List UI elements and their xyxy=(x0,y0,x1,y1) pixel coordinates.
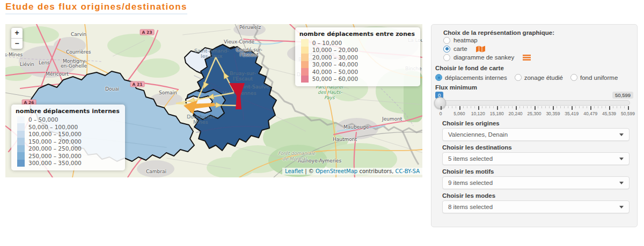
slider-max-badge: 50,599 xyxy=(612,92,633,99)
slider-tick xyxy=(441,106,442,110)
select-origines[interactable]: Valenciennes, Denain xyxy=(442,128,630,141)
slider-tick-label: 50,599 xyxy=(621,111,635,116)
radio-circle[interactable] xyxy=(443,46,450,53)
legend-swatch xyxy=(301,54,309,61)
select-value: 5 items selected xyxy=(448,155,493,162)
radio-option-zonage-tudi-[interactable]: zonage étudié xyxy=(515,74,563,81)
legend-row: 40,000 – 50,000 xyxy=(299,68,415,76)
radio-circle[interactable] xyxy=(443,37,450,44)
attribution-text: contributors, xyxy=(357,168,395,174)
select-modes[interactable]: 8 items selected xyxy=(442,200,630,213)
legend-row: 0 – 10,000 xyxy=(299,39,415,47)
basemap-label: Choisir le fond de carte xyxy=(435,65,618,71)
slider-tick xyxy=(527,106,528,108)
select-label-destinations: Choisir les destinations xyxy=(442,144,630,151)
slider-tick xyxy=(545,106,546,108)
slider-tick-label: 10,120 xyxy=(471,111,485,116)
legend-between-zones: nombre déplacements entre zones 0 – 10,0… xyxy=(295,27,420,86)
slider-tick-label: 40,479 xyxy=(583,111,597,116)
legend-row: 0 – 50,000 xyxy=(16,116,120,124)
slider-tick xyxy=(486,106,486,108)
slider-tick-label: 5,060 xyxy=(453,111,465,116)
radio-label: fond uniforme xyxy=(580,74,618,81)
slider-tick xyxy=(459,106,460,110)
radio-option-d-placements-internes[interactable]: déplacements internes xyxy=(435,74,507,81)
slider-tick xyxy=(560,106,561,108)
legend-swatch xyxy=(17,145,25,153)
slider-tick-label: 20,240 xyxy=(509,111,523,116)
representation-section: Choix de la représentation graphique: he… xyxy=(443,29,554,62)
slider-tick xyxy=(531,106,531,108)
legend-row: 200,000 – 250,000 xyxy=(16,145,120,153)
legend-row: 20,000 – 30,000 xyxy=(299,54,415,61)
slider-tick xyxy=(516,106,517,110)
slider-tick xyxy=(489,106,490,108)
slider-tick xyxy=(482,106,482,108)
legend-row-label: 0 – 50,000 xyxy=(28,116,58,123)
radio-circle[interactable] xyxy=(515,74,522,81)
legend-internal: nombre déplacements internes 0 – 50,0005… xyxy=(11,105,125,171)
zoom-in-button[interactable]: + xyxy=(11,28,23,38)
select-block-motifs: Choisir les motifs9 items selected xyxy=(442,168,630,189)
legend-row-label: 250,000 – 300,000 xyxy=(28,153,82,159)
radio-option-fond-uniforme[interactable]: fond uniforme xyxy=(570,74,618,81)
select-value: 8 items selected xyxy=(448,204,493,210)
slider-tick xyxy=(452,106,452,108)
legend-swatch xyxy=(17,131,25,138)
slider-track[interactable] xyxy=(438,100,630,106)
slider-tick xyxy=(579,106,580,108)
legend-row-label: 200,000 – 250,000 xyxy=(28,145,82,152)
legend-swatch xyxy=(17,123,25,131)
legend-row-label: 30,000 – 40,000 xyxy=(312,61,358,68)
slider-tick xyxy=(448,106,449,108)
map-icon xyxy=(476,46,485,53)
select-block-origines: Choisir les originesValenciennes, Denain xyxy=(442,120,630,141)
page-title: Etude des flux origines/destinations xyxy=(5,2,187,14)
slider-tick xyxy=(456,106,456,108)
radio-label: carte xyxy=(453,46,467,52)
slider-tick xyxy=(549,106,550,108)
zoom-out-button[interactable]: − xyxy=(11,38,23,49)
osm-link[interactable]: OpenStreetMap xyxy=(316,168,357,174)
license-link[interactable]: CC-BY-SA xyxy=(396,168,420,174)
legend-swatch xyxy=(17,138,25,145)
slider-tick xyxy=(553,106,554,110)
leaflet-link[interactable]: Leaflet xyxy=(285,168,303,174)
basemap-section: Choisir le fond de carte déplacements in… xyxy=(435,65,618,81)
radio-circle[interactable] xyxy=(443,54,450,61)
leaflet-map[interactable]: les-MinesLiévinLensCarvinCourrièresMonti… xyxy=(5,24,422,177)
legend-row-label: 300,000 – 350,000 xyxy=(28,160,82,166)
radio-circle[interactable] xyxy=(435,74,442,81)
app: Etude des flux origines/destinations xyxy=(0,0,644,246)
legend-swatch xyxy=(17,116,25,124)
slider-tick xyxy=(467,106,467,108)
representation-label: Choix de la représentation graphique: xyxy=(443,29,554,36)
radio-option-carte[interactable]: carte xyxy=(443,44,554,53)
flux-slider-section: Flux minimum 0 50,599 05,06010,12015,180… xyxy=(435,84,633,116)
legend-swatch xyxy=(301,39,309,47)
slider-tick xyxy=(628,106,629,110)
slider-tick xyxy=(598,106,598,108)
radio-option-diagramme-de-sankey[interactable]: diagramme de sankey xyxy=(443,53,554,62)
slider-tick xyxy=(609,106,610,110)
radio-label: heatmap xyxy=(453,37,478,43)
flux-label: Flux minimum xyxy=(435,84,633,91)
legend-swatch xyxy=(301,47,309,54)
slider-tick xyxy=(512,106,513,108)
slider-tick-label: 30,359 xyxy=(546,111,560,116)
legend-row-label: 40,000 – 50,000 xyxy=(312,69,358,75)
legend-swatch xyxy=(301,76,309,83)
select-motifs[interactable]: 9 items selected xyxy=(442,176,630,189)
slider-tick xyxy=(519,106,520,108)
legend-row: 10,000 – 20,000 xyxy=(299,47,415,54)
slider-tick xyxy=(535,106,536,110)
slider-tick-label: 45,539 xyxy=(602,111,616,116)
radio-circle[interactable] xyxy=(570,74,577,81)
radio-option-heatmap[interactable]: heatmap xyxy=(443,36,554,44)
select-block-destinations: Choisir les destinations5 items selected xyxy=(442,144,630,165)
slider-tick xyxy=(620,106,621,108)
slider-tick-label: 15,180 xyxy=(490,111,504,116)
select-destinations[interactable]: 5 items selected xyxy=(442,152,630,165)
slider-tick-label: 25,300 xyxy=(528,111,541,116)
slider-tick xyxy=(564,106,565,108)
